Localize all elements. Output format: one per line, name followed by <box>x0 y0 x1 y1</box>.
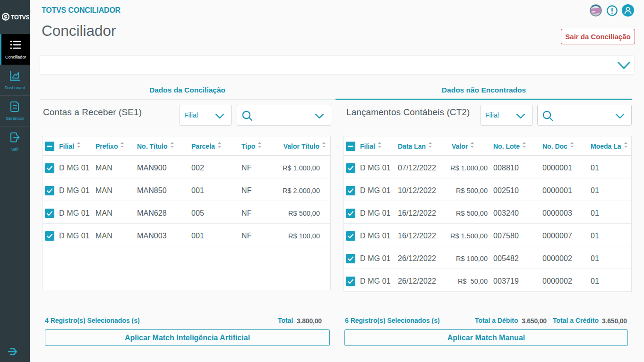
svg-text:TOTVS: TOTVS <box>11 14 29 21</box>
